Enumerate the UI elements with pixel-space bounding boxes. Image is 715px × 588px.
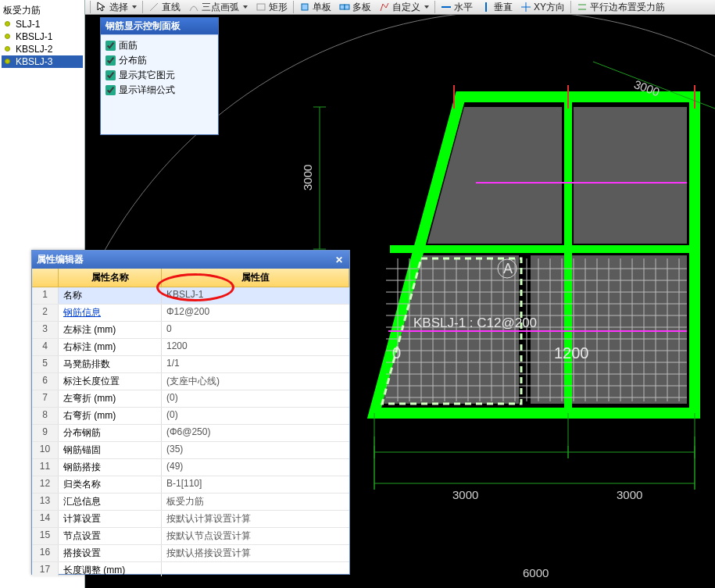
row-number: 7 xyxy=(32,390,59,407)
property-body[interactable]: 1名称KBSLJ-12钢筋信息Φ12@2003左标注 (mm)04右标注 (mm… xyxy=(32,287,349,576)
checkbox-row[interactable]: 显示其它图元 xyxy=(105,68,213,83)
property-row[interactable]: 9分布钢筋(Φ6@250) xyxy=(32,425,349,442)
tree-root[interactable]: 板受力筋 xyxy=(2,3,83,18)
svg-text:A: A xyxy=(503,261,513,276)
svg-text:3000: 3000 xyxy=(617,488,642,501)
row-value[interactable]: 按默认搭接设置计算 xyxy=(162,545,349,561)
row-value[interactable]: KBSLJ-1 xyxy=(162,287,349,304)
property-row[interactable]: 8右弯折 (mm)(0) xyxy=(32,408,349,425)
property-row[interactable]: 12归类名称B-1[110] xyxy=(32,476,349,494)
row-value[interactable]: Φ12@200 xyxy=(162,305,349,321)
row-value[interactable]: (Φ6@250) xyxy=(162,425,349,441)
vertical-icon xyxy=(481,2,492,12)
property-row[interactable]: 16搭接设置按默认搭接设置计算 xyxy=(32,545,349,562)
parallel-button[interactable]: 平行边布置受力筋 xyxy=(574,1,667,14)
svg-line-0 xyxy=(150,3,158,11)
row-value[interactable]: 按默认节点设置计算 xyxy=(162,528,349,544)
checkbox-row[interactable]: 面筋 xyxy=(105,38,213,53)
row-name: 钢筋锚固 xyxy=(59,442,162,458)
row-value[interactable]: (支座中心线) xyxy=(162,373,349,390)
svg-rect-2 xyxy=(302,4,308,10)
col-value: 属性值 xyxy=(162,269,349,287)
property-row[interactable]: 11钢筋搭接(49) xyxy=(32,459,349,476)
checkbox[interactable] xyxy=(105,70,116,80)
row-name: 分布钢筋 xyxy=(59,425,162,441)
row-value[interactable]: (0) xyxy=(162,390,349,407)
svg-rect-3 xyxy=(340,5,345,9)
single-board-button[interactable]: 单板 xyxy=(297,1,334,14)
row-value[interactable]: 1200 xyxy=(162,339,349,355)
display-control-panel: 钢筋显示控制面板 面筋 分布筋 显示其它图元 显示详细公式 xyxy=(100,17,219,135)
row-number: 8 xyxy=(32,408,59,424)
checkbox[interactable] xyxy=(105,41,116,51)
row-name: 马凳筋排数 xyxy=(59,356,162,372)
tree-node[interactable]: SLJ-1 xyxy=(2,18,83,30)
vertical-button[interactable]: 垂直 xyxy=(478,1,515,14)
cursor-icon xyxy=(96,2,107,12)
property-row[interactable]: 13汇总信息板受力筋 xyxy=(32,494,349,511)
toolbar: 选择 直线 三点画弧 矩形 单板 多板 自定义 水平 垂直 XY方向 平行边布置… xyxy=(85,0,715,15)
property-editor-title: 属性编辑器 ✕ xyxy=(32,251,349,269)
property-row[interactable]: 2钢筋信息Φ12@200 xyxy=(32,305,349,322)
row-name: 左标注 (mm) xyxy=(59,322,162,338)
parallel-icon xyxy=(577,2,588,12)
row-name: 搭接设置 xyxy=(59,545,162,561)
row-name: 汇总信息 xyxy=(59,494,162,510)
property-header: 属性名称 属性值 xyxy=(32,269,349,287)
row-name: 左弯折 (mm) xyxy=(59,390,162,407)
row-number: 17 xyxy=(32,562,59,576)
custom-button[interactable]: 自定义 xyxy=(377,1,431,14)
xy-button[interactable]: XY方向 xyxy=(518,1,567,14)
row-value[interactable]: (35) xyxy=(162,442,349,458)
property-row[interactable]: 6标注长度位置(支座中心线) xyxy=(32,373,349,390)
line-button[interactable]: 直线 xyxy=(146,1,183,14)
node-dot-icon xyxy=(5,34,10,39)
tree-node[interactable]: KBSLJ-1 xyxy=(2,30,83,43)
property-row[interactable]: 1名称KBSLJ-1 xyxy=(32,287,349,305)
custom-icon xyxy=(379,2,390,12)
checkbox[interactable] xyxy=(105,55,116,66)
row-number: 11 xyxy=(32,459,59,476)
row-value[interactable] xyxy=(162,562,349,576)
property-row[interactable]: 10钢筋锚固(35) xyxy=(32,442,349,459)
property-row[interactable]: 3左标注 (mm)0 xyxy=(32,322,349,339)
row-value[interactable]: 0 xyxy=(162,322,349,338)
row-name: 钢筋信息 xyxy=(59,305,162,321)
property-row[interactable]: 7左弯折 (mm)(0) xyxy=(32,390,349,408)
row-number: 3 xyxy=(32,322,59,338)
checkbox[interactable] xyxy=(105,85,116,95)
property-row[interactable]: 17长度调整 (mm) xyxy=(32,562,349,576)
node-dot-icon xyxy=(5,59,10,64)
tree-node[interactable]: KBSLJ-2 xyxy=(2,43,83,55)
arc-icon xyxy=(188,2,199,12)
select-button[interactable]: 选择 xyxy=(94,1,139,14)
horizontal-button[interactable]: 水平 xyxy=(438,1,475,14)
arc-button[interactable]: 三点画弧 xyxy=(186,1,250,14)
checkbox-row[interactable]: 显示详细公式 xyxy=(105,83,213,98)
checkbox-row[interactable]: 分布筋 xyxy=(105,53,213,68)
tree-node-selected[interactable]: KBSLJ-3 xyxy=(2,55,83,68)
row-value[interactable]: (0) xyxy=(162,408,349,424)
multi-board-button[interactable]: 多板 xyxy=(337,1,374,14)
property-row[interactable]: 5马凳筋排数1/1 xyxy=(32,356,349,373)
horizontal-icon xyxy=(441,2,452,12)
property-row[interactable]: 15节点设置按默认节点设置计算 xyxy=(32,528,349,545)
row-value[interactable]: (49) xyxy=(162,459,349,476)
row-value[interactable]: B-1[110] xyxy=(162,476,349,493)
row-value[interactable]: 按默认计算设置计算 xyxy=(162,511,349,527)
row-name: 右标注 (mm) xyxy=(59,339,162,355)
svg-text:6000: 6000 xyxy=(523,566,549,579)
close-button[interactable]: ✕ xyxy=(334,255,345,265)
svg-text:1200: 1200 xyxy=(554,344,589,362)
row-number: 10 xyxy=(32,442,59,458)
row-value[interactable]: 1/1 xyxy=(162,356,349,372)
row-name: 归类名称 xyxy=(59,476,162,493)
property-row[interactable]: 4右标注 (mm)1200 xyxy=(32,339,349,356)
row-number: 16 xyxy=(32,545,59,561)
row-name: 标注长度位置 xyxy=(59,373,162,390)
rect-button[interactable]: 矩形 xyxy=(253,1,290,14)
row-value[interactable]: 板受力筋 xyxy=(162,494,349,510)
panel-title: 钢筋显示控制面板 xyxy=(101,18,218,34)
row-number: 14 xyxy=(32,511,59,527)
property-row[interactable]: 14计算设置按默认计算设置计算 xyxy=(32,511,349,528)
